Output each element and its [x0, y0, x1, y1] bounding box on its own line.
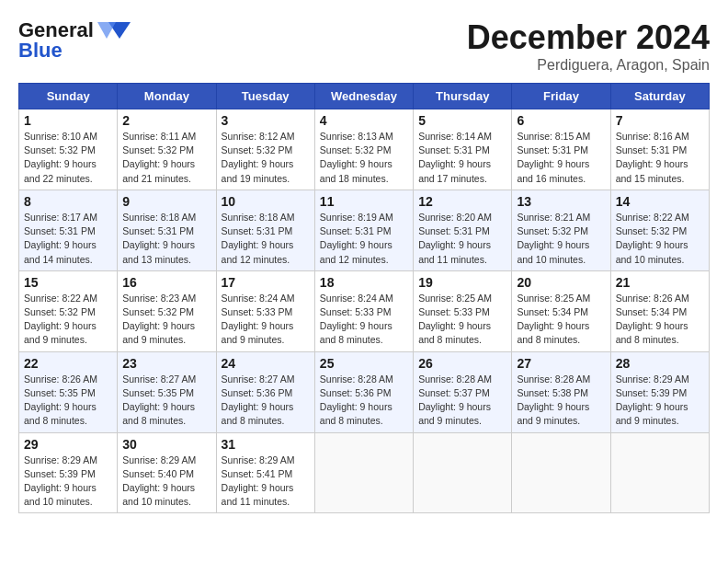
empty-cell	[610, 432, 709, 513]
day-info: Sunrise: 8:29 AMSunset: 5:41 PMDaylight:…	[222, 454, 295, 508]
col-tuesday: Tuesday	[216, 84, 314, 109]
day-info: Sunrise: 8:27 AMSunset: 5:36 PMDaylight:…	[222, 373, 295, 427]
day-cell-31: 31 Sunrise: 8:29 AMSunset: 5:41 PMDaylig…	[216, 432, 314, 513]
day-cell-4: 4 Sunrise: 8:13 AMSunset: 5:32 PMDayligh…	[314, 109, 413, 190]
day-cell-24: 24 Sunrise: 8:27 AMSunset: 5:36 PMDaylig…	[216, 351, 314, 432]
svg-marker-1	[97, 22, 116, 39]
day-cell-27: 27 Sunrise: 8:28 AMSunset: 5:38 PMDaylig…	[512, 351, 610, 432]
day-info: Sunrise: 8:24 AMSunset: 5:33 PMDaylight:…	[320, 293, 393, 346]
day-cell-11: 11 Sunrise: 8:19 AMSunset: 5:31 PMDaylig…	[314, 190, 413, 270]
day-info: Sunrise: 8:29 AMSunset: 5:39 PMDaylight:…	[24, 454, 97, 508]
day-cell-9: 9 Sunrise: 8:18 AMSunset: 5:31 PMDayligh…	[118, 190, 216, 270]
day-cell-25: 25 Sunrise: 8:28 AMSunset: 5:36 PMDaylig…	[314, 351, 413, 432]
day-cell-23: 23 Sunrise: 8:27 AMSunset: 5:35 PMDaylig…	[118, 351, 216, 432]
day-cell-16: 16 Sunrise: 8:23 AMSunset: 5:32 PMDaylig…	[118, 270, 216, 351]
day-number: 22	[24, 356, 112, 371]
day-info: Sunrise: 8:26 AMSunset: 5:35 PMDaylight:…	[24, 373, 97, 427]
day-cell-17: 17 Sunrise: 8:24 AMSunset: 5:33 PMDaylig…	[216, 270, 314, 351]
calendar-header-row: Sunday Monday Tuesday Wednesday Thursday…	[19, 84, 710, 109]
day-number: 24	[222, 356, 310, 371]
empty-cell	[512, 432, 610, 513]
day-info: Sunrise: 8:19 AMSunset: 5:31 PMDaylight:…	[320, 212, 393, 265]
day-info: Sunrise: 8:29 AMSunset: 5:39 PMDaylight:…	[616, 373, 689, 427]
day-cell-28: 28 Sunrise: 8:29 AMSunset: 5:39 PMDaylig…	[610, 351, 709, 432]
day-number: 28	[616, 356, 704, 371]
day-number: 8	[24, 194, 112, 209]
header: General Blue December 2024 Perdiguera, A…	[18, 18, 710, 74]
day-info: Sunrise: 8:24 AMSunset: 5:33 PMDaylight:…	[222, 293, 295, 346]
col-friday: Friday	[512, 84, 610, 109]
day-cell-22: 22 Sunrise: 8:26 AMSunset: 5:35 PMDaylig…	[19, 351, 118, 432]
day-number: 7	[616, 113, 704, 128]
day-number: 27	[517, 356, 605, 371]
empty-cell	[314, 432, 413, 513]
day-info: Sunrise: 8:18 AMSunset: 5:31 PMDaylight:…	[122, 212, 196, 265]
week-row-4: 22 Sunrise: 8:26 AMSunset: 5:35 PMDaylig…	[19, 351, 710, 432]
day-number: 23	[122, 356, 210, 371]
logo: General Blue	[18, 18, 131, 63]
day-info: Sunrise: 8:17 AMSunset: 5:31 PMDaylight:…	[24, 212, 97, 265]
day-cell-6: 6 Sunrise: 8:15 AMSunset: 5:31 PMDayligh…	[512, 109, 610, 190]
day-number: 19	[418, 275, 506, 290]
day-info: Sunrise: 8:14 AMSunset: 5:31 PMDaylight:…	[418, 131, 492, 184]
col-wednesday: Wednesday	[314, 84, 413, 109]
col-monday: Monday	[118, 84, 216, 109]
day-info: Sunrise: 8:11 AMSunset: 5:32 PMDaylight:…	[122, 131, 196, 184]
day-info: Sunrise: 8:21 AMSunset: 5:32 PMDaylight:…	[517, 212, 590, 265]
day-info: Sunrise: 8:27 AMSunset: 5:35 PMDaylight:…	[122, 373, 196, 427]
day-number: 16	[122, 275, 210, 290]
day-cell-20: 20 Sunrise: 8:25 AMSunset: 5:34 PMDaylig…	[512, 270, 610, 351]
week-row-2: 8 Sunrise: 8:17 AMSunset: 5:31 PMDayligh…	[19, 190, 710, 270]
day-cell-19: 19 Sunrise: 8:25 AMSunset: 5:33 PMDaylig…	[414, 270, 512, 351]
day-info: Sunrise: 8:28 AMSunset: 5:37 PMDaylight:…	[418, 373, 492, 427]
logo-blue: Blue	[18, 39, 63, 63]
day-cell-5: 5 Sunrise: 8:14 AMSunset: 5:31 PMDayligh…	[414, 109, 512, 190]
day-cell-10: 10 Sunrise: 8:18 AMSunset: 5:31 PMDaylig…	[216, 190, 314, 270]
day-info: Sunrise: 8:28 AMSunset: 5:36 PMDaylight:…	[320, 373, 393, 427]
day-info: Sunrise: 8:22 AMSunset: 5:32 PMDaylight:…	[616, 212, 689, 265]
day-info: Sunrise: 8:25 AMSunset: 5:33 PMDaylight:…	[418, 293, 492, 346]
day-cell-7: 7 Sunrise: 8:16 AMSunset: 5:31 PMDayligh…	[610, 109, 709, 190]
day-cell-1: 1 Sunrise: 8:10 AMSunset: 5:32 PMDayligh…	[19, 109, 118, 190]
day-number: 25	[320, 356, 408, 371]
day-cell-15: 15 Sunrise: 8:22 AMSunset: 5:32 PMDaylig…	[19, 270, 118, 351]
day-info: Sunrise: 8:20 AMSunset: 5:31 PMDaylight:…	[418, 212, 492, 265]
day-number: 12	[418, 194, 506, 209]
week-row-1: 1 Sunrise: 8:10 AMSunset: 5:32 PMDayligh…	[19, 109, 710, 190]
day-number: 20	[517, 275, 605, 290]
day-cell-21: 21 Sunrise: 8:26 AMSunset: 5:34 PMDaylig…	[610, 270, 709, 351]
day-number: 18	[320, 275, 408, 290]
day-number: 6	[517, 113, 605, 128]
day-cell-30: 30 Sunrise: 8:29 AMSunset: 5:40 PMDaylig…	[118, 432, 216, 513]
day-number: 29	[24, 437, 112, 452]
month-title: December 2024	[467, 18, 710, 57]
day-number: 30	[122, 437, 210, 452]
day-cell-2: 2 Sunrise: 8:11 AMSunset: 5:32 PMDayligh…	[118, 109, 216, 190]
day-number: 13	[517, 194, 605, 209]
day-info: Sunrise: 8:29 AMSunset: 5:40 PMDaylight:…	[122, 454, 196, 508]
day-info: Sunrise: 8:13 AMSunset: 5:32 PMDaylight:…	[320, 131, 393, 184]
day-number: 10	[222, 194, 310, 209]
day-number: 11	[320, 194, 408, 209]
day-number: 3	[222, 113, 310, 128]
day-cell-26: 26 Sunrise: 8:28 AMSunset: 5:37 PMDaylig…	[414, 351, 512, 432]
day-info: Sunrise: 8:15 AMSunset: 5:31 PMDaylight:…	[517, 131, 590, 184]
day-info: Sunrise: 8:28 AMSunset: 5:38 PMDaylight:…	[517, 373, 590, 427]
day-info: Sunrise: 8:16 AMSunset: 5:31 PMDaylight:…	[616, 131, 689, 184]
day-cell-3: 3 Sunrise: 8:12 AMSunset: 5:32 PMDayligh…	[216, 109, 314, 190]
day-number: 2	[122, 113, 210, 128]
day-info: Sunrise: 8:25 AMSunset: 5:34 PMDaylight:…	[517, 293, 590, 346]
day-info: Sunrise: 8:22 AMSunset: 5:32 PMDaylight:…	[24, 293, 97, 346]
day-number: 15	[24, 275, 112, 290]
day-cell-14: 14 Sunrise: 8:22 AMSunset: 5:32 PMDaylig…	[610, 190, 709, 270]
day-number: 21	[616, 275, 704, 290]
week-row-3: 15 Sunrise: 8:22 AMSunset: 5:32 PMDaylig…	[19, 270, 710, 351]
day-info: Sunrise: 8:10 AMSunset: 5:32 PMDaylight:…	[24, 131, 97, 184]
col-saturday: Saturday	[610, 84, 709, 109]
day-number: 1	[24, 113, 112, 128]
day-number: 14	[616, 194, 704, 209]
location: Perdiguera, Aragon, Spain	[467, 57, 710, 74]
day-info: Sunrise: 8:12 AMSunset: 5:32 PMDaylight:…	[222, 131, 295, 184]
col-sunday: Sunday	[19, 84, 118, 109]
day-cell-8: 8 Sunrise: 8:17 AMSunset: 5:31 PMDayligh…	[19, 190, 118, 270]
